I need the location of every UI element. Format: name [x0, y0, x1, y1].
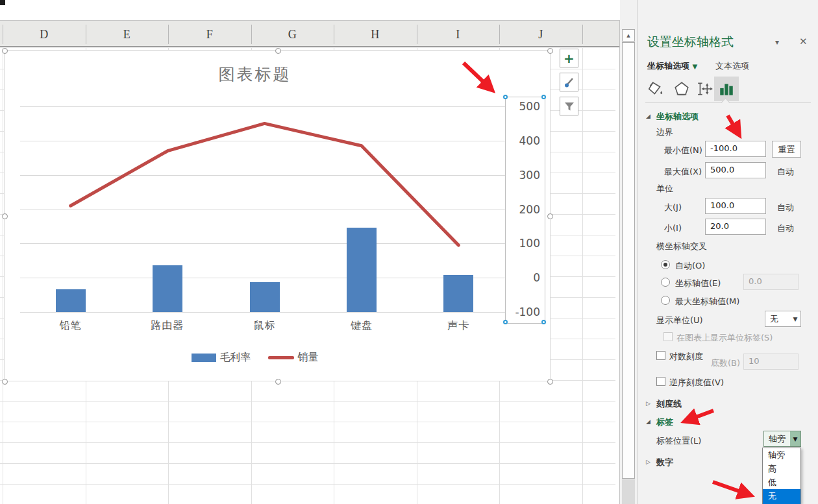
major-unit-input[interactable]: 100.0: [705, 198, 766, 214]
min-value-input[interactable]: -100.0: [705, 141, 766, 157]
units-label: 单位: [656, 183, 673, 195]
axis-box-handle[interactable]: [503, 95, 508, 99]
axis-box-handle[interactable]: [541, 320, 546, 324]
reverse-order-checkbox[interactable]: [656, 377, 665, 386]
radio-automatic[interactable]: [661, 260, 670, 269]
column-separator: [582, 25, 583, 44]
axis-tick-300: 300: [508, 169, 540, 182]
chart-styles-button[interactable]: [560, 73, 578, 91]
auto-label: 自动: [777, 202, 794, 213]
collapse-triangle-icon[interactable]: ◢: [646, 418, 651, 425]
chevron-down-icon: ▼: [790, 431, 800, 446]
section-labels[interactable]: 标签: [656, 416, 673, 428]
label-position-options-list[interactable]: 轴旁高低无: [762, 448, 801, 504]
spreadsheet-area[interactable]: DEFGHIJK 图表标题 铅笔路由器鼠标键盘声卡 毛利率销量 50040030…: [0, 0, 620, 504]
bar-chart-icon: [718, 80, 735, 97]
effects-icon[interactable]: [669, 77, 694, 101]
axis-tick-0: 0: [508, 271, 540, 284]
minor-unit-input[interactable]: 20.0: [705, 219, 766, 235]
collapse-triangle-icon[interactable]: ◢: [646, 113, 651, 119]
column-header-E[interactable]: E: [86, 26, 169, 43]
chart-handle-top-right[interactable]: [547, 48, 553, 54]
paint-bucket-icon: [647, 80, 664, 97]
scroll-up-button[interactable]: ▲: [622, 29, 635, 42]
chart-handle-top-left[interactable]: [2, 48, 8, 54]
fill-line-icon[interactable]: [643, 77, 668, 101]
section-number[interactable]: 数字: [656, 457, 673, 468]
chart-filters-button[interactable]: [560, 97, 578, 115]
column-header-K[interactable]: K: [582, 26, 621, 43]
tab-text-options[interactable]: 文本选项: [715, 60, 749, 72]
axis-tick--100: -100: [508, 306, 540, 318]
log-scale-label[interactable]: 对数刻度: [669, 351, 703, 363]
display-units-label: 显示单位(U): [656, 315, 703, 326]
column-separator: [334, 25, 334, 44]
chart-elements-button[interactable]: +: [560, 49, 578, 67]
category-label-铅笔: 铅笔: [29, 319, 113, 333]
legend-item-销量[interactable]: 销量: [268, 351, 319, 365]
radio-axis-value-label[interactable]: 坐标轴值(E): [675, 278, 721, 289]
section-tick-marks[interactable]: 刻度线: [656, 398, 682, 410]
vertical-scrollbar[interactable]: ▲: [620, 0, 637, 504]
label-position-label: 标签位置(L): [656, 435, 701, 447]
radio-automatic-label[interactable]: 自动(O): [675, 260, 705, 272]
grid-row-line: [0, 422, 615, 422]
chart-handle-bottom-center[interactable]: [275, 379, 281, 385]
major-unit-label: 大(J): [664, 202, 682, 213]
chevron-down-icon[interactable]: ▾: [775, 38, 779, 47]
plus-icon: +: [564, 52, 575, 65]
scrollbar-thumb[interactable]: [622, 42, 635, 479]
column-headers[interactable]: DEFGHIJK: [0, 21, 620, 47]
auto-label: 自动: [777, 222, 794, 234]
pentagon-icon: [673, 80, 690, 97]
dropdown-option-轴旁[interactable]: 轴旁: [763, 448, 800, 462]
axis-box-handle[interactable]: [503, 320, 508, 324]
log-base-label: 底数(B): [711, 357, 740, 369]
column-header-H[interactable]: H: [334, 26, 417, 43]
display-units-dropdown[interactable]: 无 ▼: [765, 311, 801, 327]
reverse-order-label[interactable]: 逆序刻度值(V): [669, 377, 724, 389]
section-axis-options[interactable]: 坐标轴选项: [656, 111, 699, 123]
axis-box-handle[interactable]: [541, 95, 546, 99]
column-separator: [499, 25, 500, 44]
formula-bar-strip: [0, 0, 620, 21]
auto-label: 自动: [777, 166, 794, 178]
axis-options-chart-icon[interactable]: [714, 77, 739, 101]
column-header-J[interactable]: J: [499, 26, 582, 43]
value-axis-labels-box[interactable]: 5004003002001000-100: [505, 97, 545, 324]
show-units-caption-label: 在图表上显示单位标签(S): [676, 332, 773, 344]
column-header-G[interactable]: G: [251, 26, 334, 43]
chart-object[interactable]: 图表标题 铅笔路由器鼠标键盘声卡 毛利率销量 5004003002001000-…: [4, 50, 551, 381]
chart-handle-bottom-left[interactable]: [2, 379, 8, 385]
column-header-F[interactable]: F: [168, 26, 251, 43]
dropdown-option-无[interactable]: 无: [763, 489, 800, 504]
column-header-I[interactable]: I: [417, 26, 500, 43]
log-scale-checkbox[interactable]: [656, 351, 665, 360]
boundary-label: 边界: [656, 126, 673, 138]
legend-item-毛利率[interactable]: 毛利率: [192, 351, 251, 365]
max-value-input[interactable]: 500.0: [705, 162, 766, 178]
chart-handle-mid-left[interactable]: [2, 213, 8, 219]
expand-triangle-icon[interactable]: ▷: [646, 400, 651, 407]
dropdown-option-高[interactable]: 高: [763, 462, 800, 475]
radio-axis-maximum[interactable]: [661, 296, 670, 305]
legend-label: 销量: [298, 351, 319, 365]
grid-row-line: [0, 442, 615, 443]
chart-handle-bottom-right[interactable]: [547, 379, 553, 385]
chart-legend[interactable]: 毛利率销量: [5, 351, 505, 365]
expand-triangle-icon[interactable]: ▷: [646, 459, 651, 465]
column-header-D[interactable]: D: [3, 26, 86, 43]
radio-axis-maximum-label[interactable]: 最大坐标轴值(M): [675, 296, 739, 307]
show-units-caption-checkbox: [663, 332, 673, 341]
radio-axis-value[interactable]: [661, 278, 670, 287]
chart-handle-mid-right[interactable]: [547, 213, 553, 219]
reset-button[interactable]: 重置: [772, 141, 801, 158]
label-position-dropdown[interactable]: 轴旁 ▼: [763, 431, 801, 447]
dropdown-option-低[interactable]: 低: [763, 475, 800, 489]
column-separator: [86, 25, 86, 44]
minor-unit-label: 小(I): [664, 222, 682, 234]
tab-axis-options[interactable]: 坐标轴选项 ▼: [647, 60, 697, 72]
scrollbar-track[interactable]: [622, 479, 635, 504]
chart-handle-top-center[interactable]: [275, 48, 281, 54]
close-icon[interactable]: ✕: [799, 36, 808, 47]
